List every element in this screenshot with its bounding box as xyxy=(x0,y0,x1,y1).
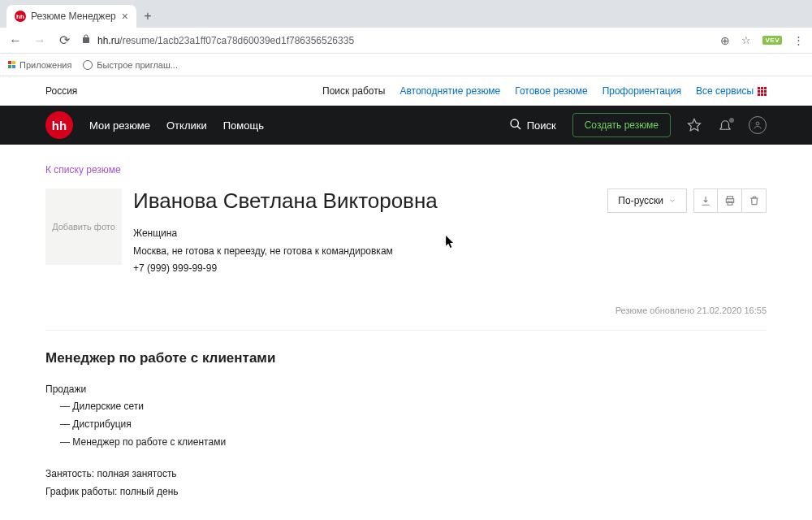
create-resume-button[interactable]: Создать резюме xyxy=(572,113,671,137)
favorites-button[interactable] xyxy=(687,118,702,132)
download-icon xyxy=(700,195,711,206)
address-bar[interactable]: hh.ru/resume/1acb23a1ff07ca78d60039ed1f7… xyxy=(81,34,710,46)
browser-tab[interactable]: hh Резюме Менеджер по работе × xyxy=(6,5,136,28)
browser-toolbar: ← → ⟳ hh.ru/resume/1acb23a1ff07ca78d6003… xyxy=(0,28,812,54)
language-label: По-русски xyxy=(618,195,663,206)
trash-icon xyxy=(749,195,760,206)
grid-icon xyxy=(758,87,767,96)
notifications-button[interactable] xyxy=(718,118,732,132)
mouse-cursor xyxy=(446,236,455,249)
search-label: Поиск xyxy=(527,119,556,132)
bookmark-apps[interactable]: Приложения xyxy=(8,60,71,70)
tab-favicon-icon: hh xyxy=(15,11,26,22)
person-phone: +7 (999) 999-99-99 xyxy=(133,260,596,278)
notification-dot xyxy=(729,118,734,123)
region-selector[interactable]: Россия xyxy=(45,85,77,97)
person-gender: Женщина xyxy=(133,225,596,243)
nav-ready-resume[interactable]: Готовое резюме xyxy=(515,85,587,97)
user-icon xyxy=(753,120,762,130)
add-photo-button[interactable]: Добавить фото xyxy=(45,188,122,265)
print-button[interactable] xyxy=(718,188,742,213)
svg-point-0 xyxy=(511,119,518,127)
nav-my-resumes[interactable]: Мои резюме xyxy=(89,119,150,132)
divider xyxy=(45,330,767,331)
employment-line: Занятость: полная занятость xyxy=(45,466,767,483)
department: Продажи xyxy=(45,381,767,399)
profile-button[interactable] xyxy=(749,116,767,134)
hh-logo[interactable]: hh xyxy=(45,111,73,139)
nav-responses[interactable]: Отклики xyxy=(166,119,207,132)
page-content: К списку резюме Добавить фото Иванова Св… xyxy=(16,145,796,520)
nav-career[interactable]: Профориентация xyxy=(603,85,681,97)
svg-marker-2 xyxy=(689,119,701,131)
bookmark-label: Быстрое приглаш... xyxy=(97,60,178,70)
star-icon[interactable]: ☆ xyxy=(741,34,751,46)
person-location: Москва, не готова к переезду, не готова … xyxy=(133,243,596,261)
close-icon[interactable]: × xyxy=(122,10,128,23)
back-button[interactable]: ← xyxy=(8,33,23,48)
bookmarks-bar: Приложения Быстрое приглаш... xyxy=(0,54,812,76)
nav-all-services[interactable]: Все сервисы xyxy=(696,85,767,97)
reload-button[interactable]: ⟳ xyxy=(57,32,71,48)
schedule-line: График работы: полный день xyxy=(45,483,767,501)
chevron-down-icon xyxy=(668,197,676,205)
updated-timestamp: Резюме обновлено 21.02.2020 16:55 xyxy=(45,306,767,315)
globe-icon xyxy=(83,60,93,70)
extension-badge[interactable]: VEV xyxy=(762,36,782,45)
spec-item: — Дилерские сети xyxy=(45,398,767,416)
spec-item: — Дистрибуция xyxy=(45,416,767,434)
apps-icon xyxy=(8,61,15,68)
new-tab-button[interactable]: + xyxy=(136,5,159,28)
print-icon xyxy=(724,195,736,206)
site-topnav: Россия Поиск работы Автоподнятие резюме … xyxy=(16,76,796,106)
search-icon xyxy=(509,118,522,133)
svg-point-3 xyxy=(756,122,759,125)
download-button[interactable] xyxy=(693,188,718,213)
header-dark: hh Мои резюме Отклики Помощь Поиск Созда… xyxy=(0,106,812,145)
resume-header: Добавить фото Иванова Светлана Викторовн… xyxy=(45,188,767,278)
zoom-icon[interactable]: ⊕ xyxy=(720,34,730,47)
delete-button[interactable] xyxy=(742,188,767,213)
star-icon xyxy=(687,118,702,132)
browser-chrome: hh Резюме Менеджер по работе × + ← → ⟳ h… xyxy=(0,0,812,76)
toolbar-right: ⊕ ☆ VEV ⋮ xyxy=(720,34,804,47)
language-dropdown[interactable]: По-русски xyxy=(607,188,687,213)
spec-item: — Менеджер по работе с клиентами xyxy=(45,434,767,452)
svg-line-1 xyxy=(517,126,520,129)
employment-block: Занятость: полная занятость График работ… xyxy=(45,466,767,500)
tab-title: Резюме Менеджер по работе xyxy=(31,11,117,22)
nav-all-services-label: Все сервисы xyxy=(696,85,754,97)
nav-auto-raise[interactable]: Автоподнятие резюме xyxy=(400,85,500,97)
url-text: hh.ru/resume/1acb23a1ff07ca78d60039ed1f7… xyxy=(97,35,354,46)
bookmark-fast-invite[interactable]: Быстрое приглаш... xyxy=(83,60,178,70)
lock-icon xyxy=(81,34,91,46)
person-name: Иванова Светлана Викторовна xyxy=(133,188,596,214)
forward-button[interactable]: → xyxy=(32,33,47,48)
position-title: Менеджер по работе с клиентами xyxy=(45,350,767,366)
search-button[interactable]: Поиск xyxy=(509,118,556,133)
specialization-block: Продажи — Дилерские сети — Дистрибуция —… xyxy=(45,381,767,451)
back-to-list-link[interactable]: К списку резюме xyxy=(45,164,767,176)
kebab-menu-icon[interactable]: ⋮ xyxy=(793,34,804,46)
tab-strip: hh Резюме Менеджер по работе × + xyxy=(0,0,812,28)
nav-help[interactable]: Помощь xyxy=(223,119,264,132)
nav-search-work[interactable]: Поиск работы xyxy=(322,85,385,97)
bookmark-label: Приложения xyxy=(19,60,71,70)
